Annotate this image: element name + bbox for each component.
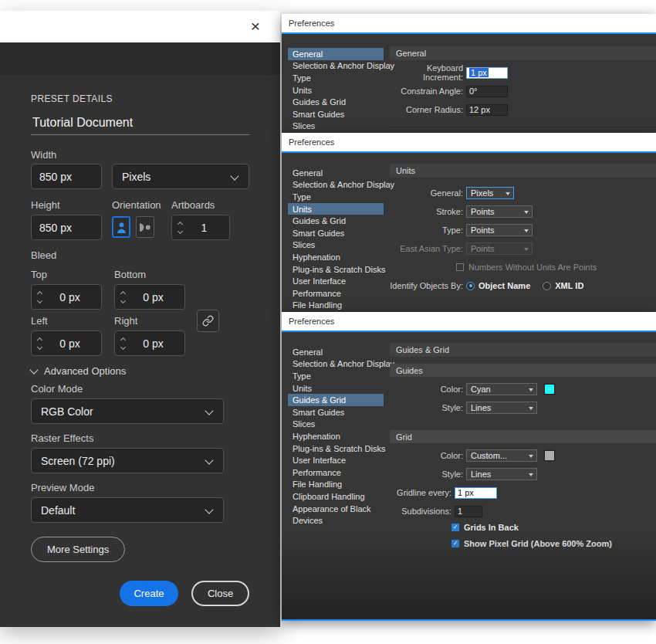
prefs-nav-item[interactable]: Units — [288, 382, 384, 395]
artboards-stepper[interactable]: 1 — [171, 215, 230, 240]
checkbox-show-pixel-grid[interactable]: ✓ — [451, 540, 459, 547]
prefs-nav-item[interactable]: User Interface — [288, 454, 384, 466]
prefs-nav-item[interactable]: Hyphenation — [288, 430, 384, 442]
chevron-up-icon[interactable] — [37, 290, 42, 296]
preferences-content: GeneralSelection & Anchor DisplayTypeUni… — [282, 36, 656, 133]
keyboard-increment-input[interactable]: 1 px — [466, 67, 508, 79]
stepper-arrows[interactable] — [121, 338, 125, 349]
chevron-down-icon[interactable] — [120, 344, 126, 349]
gridline-every-value: 1 px — [458, 488, 474, 497]
chevron-down-icon[interactable] — [120, 297, 126, 303]
prefs-nav-item[interactable]: Smart Guides — [288, 108, 384, 120]
stepper-arrows[interactable] — [38, 338, 42, 349]
radio-xml-id-label[interactable]: XML ID — [555, 281, 583, 290]
chevron-up-icon[interactable] — [178, 221, 183, 226]
bleed-link-button[interactable] — [197, 310, 219, 332]
chevron-down-icon[interactable] — [37, 344, 42, 349]
prefs-nav-item[interactable]: General — [288, 346, 384, 358]
checkbox-grids-in-back[interactable]: ✓ — [451, 524, 459, 531]
orientation-portrait-button[interactable] — [112, 216, 130, 238]
bleed-top-stepper[interactable]: 0 px — [31, 284, 102, 310]
prefs-nav-item[interactable]: File Handling — [288, 300, 384, 312]
raster-effects-dropdown[interactable]: Screen (72 ppi) — [31, 448, 224, 473]
section-title: Guides & Grid — [396, 345, 449, 354]
prefs-nav-item[interactable]: Smart Guides — [288, 227, 384, 239]
advanced-options-toggle[interactable]: Advanced Options — [31, 365, 126, 377]
prefs-nav-item[interactable]: Smart Guides — [288, 406, 384, 419]
prefs-nav-item[interactable]: Guides & Grid — [288, 96, 384, 108]
section-header: General — [390, 46, 656, 60]
radio-xml-id[interactable] — [543, 282, 551, 290]
grid-style-dropdown[interactable]: Lines — [466, 468, 537, 480]
gridline-every-input[interactable]: 1 px — [455, 487, 497, 499]
bleed-top-value: 0 px — [45, 291, 95, 303]
prefs-nav-item[interactable]: Type — [288, 191, 384, 203]
prefs-nav-item[interactable]: Slices — [288, 120, 384, 133]
grid-style-label: Style: — [390, 469, 463, 479]
chevron-up-icon[interactable] — [120, 337, 126, 342]
units-general-label: General: — [390, 188, 463, 198]
units-type-dropdown[interactable]: Points — [466, 224, 533, 236]
units-dropdown[interactable]: Pixels — [112, 164, 249, 189]
bleed-left-stepper[interactable]: 0 px — [31, 330, 102, 356]
grid-color-dropdown[interactable]: Custom... — [466, 449, 537, 462]
close-icon[interactable]: × — [251, 17, 260, 36]
prefs-nav-item[interactable]: Performance — [288, 466, 384, 479]
stepper-arrows[interactable] — [121, 292, 125, 303]
prefs-nav-item[interactable]: File Handling — [288, 479, 384, 491]
prefs-nav-item[interactable]: User Interface — [288, 275, 384, 287]
landscape-person-icon — [140, 222, 151, 232]
prefs-nav-item[interactable]: General — [288, 48, 384, 60]
units-stroke-dropdown[interactable]: Points — [466, 205, 533, 218]
prefs-nav-item[interactable]: Plug-ins & Scratch Disks — [288, 442, 384, 455]
subdivisions-input[interactable]: 1 — [455, 506, 482, 517]
show-pixel-grid-label[interactable]: Show Pixel Grid (Above 600% Zoom) — [464, 539, 612, 548]
corner-radius-input[interactable]: 12 px — [466, 104, 508, 116]
stepper-arrows[interactable] — [178, 222, 182, 233]
bleed-bottom-stepper[interactable]: 0 px — [114, 284, 185, 310]
color-mode-dropdown[interactable]: RGB Color — [31, 398, 224, 424]
prefs-nav-item[interactable]: Units — [288, 84, 384, 97]
prefs-nav-item[interactable]: Type — [288, 72, 384, 84]
prefs-nav-item[interactable]: Type — [288, 370, 384, 382]
prefs-nav-item[interactable]: Units — [288, 203, 384, 215]
width-input[interactable] — [31, 164, 102, 189]
chevron-up-icon[interactable] — [37, 337, 42, 342]
chevron-up-icon[interactable] — [120, 290, 126, 296]
preview-mode-dropdown[interactable]: Default — [31, 497, 224, 523]
height-input[interactable] — [31, 215, 102, 240]
bleed-right-stepper[interactable]: 0 px — [114, 330, 185, 356]
chevron-down-icon[interactable] — [37, 297, 42, 303]
prefs-nav-item[interactable]: Slices — [288, 239, 384, 252]
chevron-down-icon[interactable] — [178, 228, 183, 233]
prefs-nav-item[interactable]: Slices — [288, 419, 384, 431]
units-general-dropdown[interactable]: Pixels — [466, 187, 514, 199]
prefs-nav-item[interactable]: Guides & Grid — [288, 394, 384, 406]
prefs-nav-item[interactable]: Devices — [288, 514, 384, 527]
orientation-landscape-button[interactable] — [136, 216, 154, 238]
create-button[interactable]: Create — [120, 581, 178, 606]
identify-objects-row: Identify Objects By: Object Name XML ID — [390, 280, 651, 292]
more-settings-button[interactable]: More Settings — [31, 537, 125, 562]
prefs-nav-item[interactable]: Selection & Anchor Display — [288, 358, 384, 371]
prefs-nav-item[interactable]: Plug-ins & Scratch Disks — [288, 263, 384, 276]
prefs-nav-item[interactable]: Guides & Grid — [288, 215, 384, 227]
close-button[interactable]: Close — [191, 581, 249, 606]
radio-object-name[interactable] — [466, 282, 475, 290]
prefs-nav-item[interactable]: Hyphenation — [288, 251, 384, 263]
grids-in-back-label[interactable]: Grids In Back — [464, 523, 519, 532]
artboards-label: Artboards — [171, 199, 215, 211]
guides-style-dropdown[interactable]: Lines — [466, 402, 537, 414]
prefs-nav-item[interactable]: Performance — [288, 287, 384, 300]
units-type-label: Type: — [390, 225, 463, 235]
prefs-nav-item[interactable]: General — [288, 167, 384, 179]
constrain-angle-input[interactable]: 0° — [466, 86, 508, 97]
prefs-nav-item[interactable]: Appearance of Black — [288, 503, 384, 515]
stepper-arrows[interactable] — [38, 292, 42, 303]
document-name-input[interactable] — [31, 110, 249, 135]
prefs-nav-item[interactable]: Selection & Anchor Display — [288, 179, 384, 192]
radio-object-name-label[interactable]: Object Name — [478, 281, 530, 290]
prefs-nav-item[interactable]: Selection & Anchor Display — [288, 60, 384, 73]
prefs-nav-item[interactable]: Clipboard Handling — [288, 490, 384, 503]
guides-color-dropdown[interactable]: Cyan — [466, 383, 537, 395]
